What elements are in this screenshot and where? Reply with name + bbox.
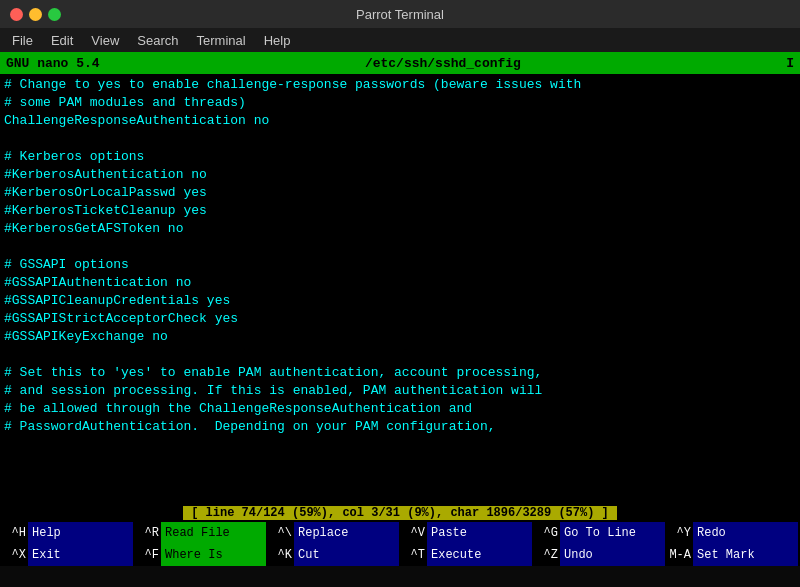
- nano-filename: /etc/ssh/sshd_config: [365, 56, 521, 71]
- shortcut-cut: ^K Cut: [266, 544, 399, 566]
- titlebar: Parrot Terminal: [0, 0, 800, 28]
- shortcut-replace: ^\ Replace: [266, 522, 399, 544]
- shortcut-help: ^H Help: [0, 522, 133, 544]
- key-help: ^H: [0, 526, 28, 540]
- status-text: [ line 74/124 (59%), col 3/31 (9%), char…: [183, 506, 617, 520]
- key-redo: ^Y: [665, 526, 693, 540]
- shortcut-row-1: ^H Help ^R Read File ^\ Replace ^V Paste…: [0, 522, 800, 544]
- key-undo: ^Z: [532, 548, 560, 562]
- key-read-file: ^R: [133, 526, 161, 540]
- label-cut: Cut: [294, 544, 399, 566]
- label-exit: Exit: [28, 544, 133, 566]
- menu-file[interactable]: File: [4, 31, 41, 50]
- key-paste: ^V: [399, 526, 427, 540]
- shortcut-set-mark: M-A Set Mark: [665, 544, 798, 566]
- label-read-file: Read File: [161, 522, 266, 544]
- key-replace: ^\: [266, 526, 294, 540]
- label-help: Help: [28, 522, 133, 544]
- nano-header: GNU nano 5.4 /etc/ssh/sshd_config I: [0, 52, 800, 74]
- shortcut-row-2: ^X Exit ^F Where Is ^K Cut ^T Execute ^Z…: [0, 544, 800, 566]
- key-execute: ^T: [399, 548, 427, 562]
- shortcut-paste: ^V Paste: [399, 522, 532, 544]
- shortcut-goto: ^G Go To Line: [532, 522, 665, 544]
- shortcuts-area: ^H Help ^R Read File ^\ Replace ^V Paste…: [0, 522, 800, 566]
- key-set-mark: M-A: [665, 548, 693, 562]
- shortcut-redo: ^Y Redo: [665, 522, 798, 544]
- editor-area[interactable]: # Change to yes to enable challenge-resp…: [0, 74, 800, 504]
- menu-search[interactable]: Search: [129, 31, 186, 50]
- shortcut-execute: ^T Execute: [399, 544, 532, 566]
- key-exit: ^X: [0, 548, 28, 562]
- key-goto: ^G: [532, 526, 560, 540]
- status-bar: [ line 74/124 (59%), col 3/31 (9%), char…: [0, 504, 800, 522]
- shortcut-exit: ^X Exit: [0, 544, 133, 566]
- key-cut: ^K: [266, 548, 294, 562]
- label-execute: Execute: [427, 544, 532, 566]
- label-replace: Replace: [294, 522, 399, 544]
- menu-view[interactable]: View: [83, 31, 127, 50]
- menu-help[interactable]: Help: [256, 31, 299, 50]
- shortcut-read-file: ^R Read File: [133, 522, 266, 544]
- label-goto: Go To Line: [560, 522, 665, 544]
- minimize-button[interactable]: [29, 8, 42, 21]
- label-where-is: Where Is: [161, 544, 266, 566]
- nano-version: GNU nano 5.4: [6, 56, 100, 71]
- window-title: Parrot Terminal: [356, 7, 444, 22]
- label-undo: Undo: [560, 544, 665, 566]
- label-redo: Redo: [693, 522, 798, 544]
- window-controls: [10, 8, 61, 21]
- key-where-is: ^F: [133, 548, 161, 562]
- label-paste: Paste: [427, 522, 532, 544]
- close-button[interactable]: [10, 8, 23, 21]
- shortcut-undo: ^Z Undo: [532, 544, 665, 566]
- maximize-button[interactable]: [48, 8, 61, 21]
- menubar: File Edit View Search Terminal Help: [0, 28, 800, 52]
- label-set-mark: Set Mark: [693, 544, 798, 566]
- menu-edit[interactable]: Edit: [43, 31, 81, 50]
- nano-modified: I: [786, 56, 794, 71]
- shortcut-where-is: ^F Where Is: [133, 544, 266, 566]
- menu-terminal[interactable]: Terminal: [189, 31, 254, 50]
